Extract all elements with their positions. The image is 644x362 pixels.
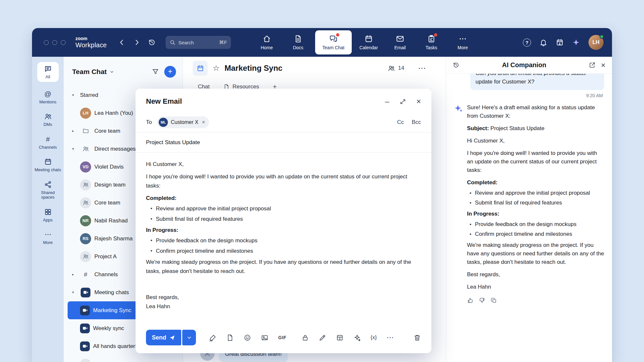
forward-icon[interactable] bbox=[133, 38, 141, 46]
chat-bubble-icon bbox=[44, 65, 52, 73]
ai-signoff: Best regards, bbox=[467, 270, 604, 279]
rail-channels-label: Channels bbox=[39, 145, 57, 150]
thumbs-up-icon[interactable] bbox=[467, 297, 474, 304]
layout-icon[interactable] bbox=[336, 334, 344, 341]
notifications-bell-icon[interactable] bbox=[539, 38, 547, 46]
rail-shared-spaces-label: Shared spaces bbox=[34, 190, 62, 200]
recipient-chip[interactable]: ML Customer X × bbox=[157, 116, 209, 128]
nav-more[interactable]: More bbox=[448, 30, 477, 54]
rail-item-apps[interactable]: Apps bbox=[34, 208, 62, 223]
send-button[interactable]: Send bbox=[146, 330, 181, 345]
logo-workplace: Workplace bbox=[75, 41, 107, 49]
nav-docs-label: Docs bbox=[293, 45, 303, 50]
search-input[interactable] bbox=[178, 40, 211, 45]
expand-triangle-icon[interactable]: ▾ bbox=[72, 147, 77, 151]
star-icon[interactable]: ☆ bbox=[213, 64, 220, 73]
maximize-window-button[interactable] bbox=[61, 40, 66, 45]
help-icon[interactable]: ? bbox=[523, 38, 531, 47]
rail-more-label: More bbox=[43, 240, 53, 245]
nav-email[interactable]: Email bbox=[386, 30, 414, 54]
bcc-button[interactable]: Bcc bbox=[412, 119, 421, 126]
signature-pen-icon[interactable] bbox=[209, 334, 217, 341]
user-avatar-initials: LH bbox=[592, 39, 599, 45]
remove-recipient-icon[interactable]: × bbox=[202, 119, 205, 125]
docs-icon bbox=[294, 35, 302, 43]
filter-funnel-icon[interactable] bbox=[152, 68, 159, 75]
nav-docs[interactable]: Docs bbox=[284, 30, 313, 54]
gif-button[interactable]: GIF bbox=[278, 335, 286, 340]
nav-calendar[interactable]: Calendar bbox=[354, 30, 383, 54]
sidebar-item-lea-rajesh-1-1[interactable]: Lea/Rajesh 1:1 bbox=[64, 355, 183, 362]
minimize-window-button[interactable] bbox=[52, 40, 57, 45]
open-external-icon[interactable] bbox=[589, 62, 596, 68]
close-window-button[interactable] bbox=[44, 40, 49, 45]
rail-meeting-chats-label: Meeting chats bbox=[35, 168, 61, 173]
nav-tasks[interactable]: Tasks bbox=[417, 30, 446, 54]
email-body-editor[interactable]: Hi Customer X, I hope you're doing well!… bbox=[136, 153, 431, 325]
close-icon[interactable]: × bbox=[601, 61, 605, 69]
email-closing: We're making steady progress on the proj… bbox=[146, 258, 421, 276]
nav-team-chat[interactable]: Team Chat bbox=[315, 30, 352, 54]
group-avatar bbox=[80, 251, 91, 262]
ai-closing: We're making steady progress on the proj… bbox=[467, 241, 604, 266]
copy-icon[interactable] bbox=[491, 297, 497, 304]
rail-item-meeting-chats[interactable]: Meeting chats bbox=[34, 158, 62, 173]
chevron-down-icon[interactable] bbox=[109, 69, 114, 74]
close-icon[interactable]: × bbox=[416, 98, 421, 105]
history-icon[interactable] bbox=[148, 38, 156, 46]
nav-calendar-label: Calendar bbox=[360, 45, 378, 50]
zoom-workplace-logo: zoom Workplace bbox=[75, 36, 107, 48]
user-avatar[interactable]: LH bbox=[588, 35, 604, 50]
cc-button[interactable]: Cc bbox=[397, 119, 404, 126]
modal-title: New Email bbox=[146, 97, 385, 106]
subject-input[interactable] bbox=[146, 139, 421, 146]
template-file-icon[interactable] bbox=[226, 334, 234, 341]
history-nav bbox=[118, 38, 156, 46]
rail-item-mentions[interactable]: @ Mentions bbox=[34, 90, 62, 105]
member-count[interactable]: 14 bbox=[388, 65, 404, 72]
minimize-icon[interactable]: – bbox=[385, 98, 389, 105]
calendar-date-icon[interactable] bbox=[556, 38, 564, 46]
pencil-icon[interactable] bbox=[319, 334, 326, 341]
thumbs-down-icon[interactable] bbox=[479, 297, 485, 304]
ai-sparkle-icon[interactable] bbox=[353, 334, 361, 341]
rail-item-dms[interactable]: DMs bbox=[34, 113, 62, 127]
hash-icon: # bbox=[84, 271, 88, 278]
add-new-button[interactable]: + bbox=[164, 66, 176, 78]
rail-item-channels[interactable]: # Channels bbox=[34, 135, 62, 150]
discard-draft-icon[interactable] bbox=[413, 334, 421, 341]
expand-triangle-icon[interactable]: ▾ bbox=[72, 290, 77, 294]
more-dots-icon bbox=[44, 231, 52, 238]
group-avatar bbox=[80, 179, 91, 190]
search-bar[interactable]: ⌘F bbox=[166, 36, 231, 49]
history-icon[interactable] bbox=[453, 62, 459, 68]
ai-sparkle-icon[interactable] bbox=[572, 38, 580, 46]
search-shortcut: ⌘F bbox=[219, 39, 227, 45]
send-options-button[interactable] bbox=[182, 330, 196, 345]
collapsed-triangle-icon[interactable]: ▸ bbox=[72, 272, 77, 277]
emoji-icon[interactable] bbox=[244, 334, 251, 341]
more-options-icon[interactable]: ⋯ bbox=[418, 64, 426, 73]
rail-item-more[interactable]: More bbox=[34, 231, 62, 245]
lock-icon[interactable] bbox=[301, 334, 309, 341]
rail-item-all[interactable]: All bbox=[37, 62, 59, 82]
variables-button[interactable]: {x} bbox=[371, 335, 377, 340]
list-item: Confirm project timeline and milestones bbox=[151, 247, 421, 256]
sidebar-title[interactable]: Team Chat bbox=[72, 68, 107, 76]
recipient-avatar: ML bbox=[159, 118, 168, 127]
expand-triangle-icon[interactable]: ▾ bbox=[72, 93, 77, 97]
logo-zoom: zoom bbox=[75, 36, 107, 41]
ai-completed-header: Completed: bbox=[467, 178, 604, 187]
compose-toolbar: Send GIF {x} ⋯ bbox=[136, 325, 431, 353]
nav-home[interactable]: Home bbox=[252, 30, 281, 54]
collapsed-triangle-icon[interactable]: ▸ bbox=[72, 129, 77, 133]
back-icon[interactable] bbox=[118, 38, 126, 46]
more-tools-icon[interactable]: ⋯ bbox=[387, 333, 394, 342]
rail-item-shared-spaces[interactable]: Shared spaces bbox=[34, 181, 62, 200]
meeting-calendar-button[interactable] bbox=[193, 61, 208, 76]
image-icon[interactable] bbox=[261, 334, 268, 341]
home-icon bbox=[263, 35, 271, 43]
subject-row bbox=[136, 132, 431, 153]
expand-icon[interactable] bbox=[400, 98, 406, 105]
send-plane-icon bbox=[169, 335, 175, 341]
